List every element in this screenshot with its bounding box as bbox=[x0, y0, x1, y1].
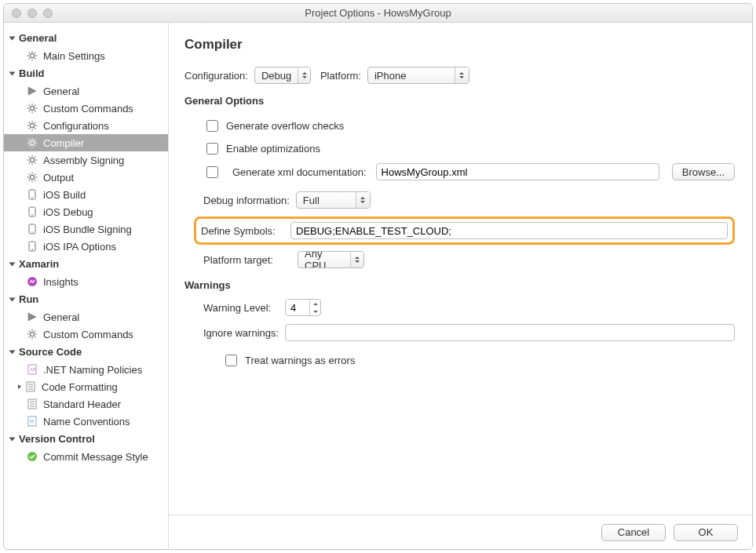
sidebar-section-version-control[interactable]: Version Control bbox=[4, 430, 168, 448]
chevron-down-icon bbox=[9, 36, 16, 40]
sidebar-section-general[interactable]: General bbox=[4, 29, 168, 47]
sidebar-item-label: Insights bbox=[43, 276, 79, 288]
sidebar-item-ios-build[interactable]: iOS Build bbox=[4, 186, 168, 203]
window-title: Project Options - HowsMyGroup bbox=[4, 7, 752, 19]
sidebar-item-output[interactable]: Output bbox=[4, 169, 168, 186]
sidebar-item-standard-header[interactable]: Standard Header bbox=[4, 395, 168, 413]
svg-line-71 bbox=[35, 337, 35, 337]
sidebar-section-build[interactable]: Build bbox=[4, 64, 168, 82]
treat-warnings-row: Treat warnings as errors bbox=[184, 349, 735, 372]
svg-text:AB: AB bbox=[30, 367, 36, 372]
sidebar-item-label: .NET Naming Policies bbox=[43, 364, 142, 376]
sidebar-item-code-formatting[interactable]: Code Formatting bbox=[4, 378, 168, 395]
platform-value: iPhone bbox=[374, 70, 455, 82]
debug-info-select[interactable]: Full bbox=[296, 191, 371, 209]
dialog-footer: Cancel OK bbox=[169, 515, 752, 549]
svg-line-51 bbox=[29, 174, 30, 175]
platform-select[interactable]: iPhone bbox=[367, 67, 469, 84]
overflow-checks-checkbox[interactable] bbox=[206, 120, 218, 132]
sidebar-item-ios-debug[interactable]: iOS Debug bbox=[4, 203, 168, 220]
sidebar-item-ios-ipa-options[interactable]: iOS IPA Options bbox=[4, 238, 168, 255]
xml-doc-label: Generate xml documentation: bbox=[232, 166, 367, 178]
warning-level-input[interactable] bbox=[286, 300, 309, 315]
dialog-body: General Main Settings Build General Cust… bbox=[4, 23, 752, 549]
sidebar-item-configurations[interactable]: Configurations bbox=[4, 117, 168, 134]
enable-optimizations-row: Enable optimizations bbox=[184, 137, 735, 160]
chevron-updown-icon bbox=[356, 192, 370, 208]
sidebar-item-label: iOS Build bbox=[43, 189, 86, 201]
svg-marker-64 bbox=[28, 313, 36, 321]
sidebar-item-label: General bbox=[43, 311, 79, 323]
project-options-window: Project Options - HowsMyGroup General Ma… bbox=[3, 3, 753, 550]
chevron-down-icon bbox=[9, 350, 16, 354]
svg-point-10 bbox=[30, 106, 34, 110]
warning-level-stepper[interactable] bbox=[285, 299, 321, 316]
sidebar-item-net-naming[interactable]: AB .NET Naming Policies bbox=[4, 361, 168, 378]
section-label: Xamarin bbox=[19, 258, 59, 270]
main-content: Compiler Configuration: Debug Platform: … bbox=[169, 23, 752, 515]
chevron-updown-icon bbox=[350, 252, 363, 267]
sidebar-item-run-general[interactable]: General bbox=[4, 308, 168, 326]
treat-warnings-checkbox[interactable] bbox=[225, 355, 237, 366]
chevron-down-icon bbox=[9, 262, 16, 266]
configuration-label: Configuration: bbox=[184, 70, 248, 82]
section-label: Version Control bbox=[19, 433, 95, 445]
warning-level-label: Warning Level: bbox=[203, 302, 285, 314]
configuration-select[interactable]: Debug bbox=[254, 67, 311, 84]
debug-info-row: Debug information: Full bbox=[184, 191, 735, 209]
gear-icon bbox=[26, 102, 38, 115]
chevron-right-icon bbox=[15, 384, 24, 389]
play-icon bbox=[26, 311, 38, 323]
svg-line-18 bbox=[35, 105, 35, 106]
section-label: Run bbox=[19, 293, 38, 305]
titlebar: Project Options - HowsMyGroup bbox=[4, 4, 752, 23]
stepper-arrows[interactable] bbox=[309, 300, 320, 315]
section-label: Source Code bbox=[19, 346, 82, 358]
document-icon: AB bbox=[26, 363, 38, 376]
sidebar-item-build-general[interactable]: General bbox=[4, 82, 168, 100]
gear-icon bbox=[26, 119, 38, 132]
svg-line-6 bbox=[35, 58, 35, 59]
sidebar-item-label: Name Conventions bbox=[43, 416, 130, 427]
xml-doc-input[interactable] bbox=[376, 163, 659, 180]
define-symbols-input[interactable] bbox=[290, 222, 728, 239]
sidebar-item-run-custom-commands[interactable]: Custom Commands bbox=[4, 326, 168, 343]
sidebar-item-ios-bundle-signing[interactable]: iOS Bundle Signing bbox=[4, 220, 168, 238]
svg-line-5 bbox=[29, 53, 30, 53]
enable-optimizations-checkbox[interactable] bbox=[206, 143, 218, 155]
sidebar-item-assembly-signing[interactable]: Assembly Signing bbox=[4, 151, 168, 169]
overflow-checks-row: Generate overflow checks bbox=[184, 115, 735, 137]
chevron-down-icon bbox=[9, 297, 16, 301]
phone-icon bbox=[26, 223, 38, 235]
sidebar-section-run[interactable]: Run bbox=[4, 290, 168, 308]
ok-button[interactable]: OK bbox=[674, 524, 738, 541]
section-label: General bbox=[19, 32, 57, 44]
sidebar-section-source-code[interactable]: Source Code bbox=[4, 343, 168, 361]
svg-line-33 bbox=[29, 140, 30, 140]
svg-point-65 bbox=[30, 332, 34, 336]
sidebar-item-custom-commands[interactable]: Custom Commands bbox=[4, 100, 168, 117]
sidebar-item-name-conventions[interactable]: iR Name Conventions bbox=[4, 413, 168, 430]
svg-line-26 bbox=[29, 128, 30, 129]
svg-point-37 bbox=[30, 158, 34, 162]
sidebar-item-insights[interactable]: Insights bbox=[4, 273, 168, 290]
platform-target-select[interactable]: Any CPU bbox=[298, 251, 364, 268]
sidebar-item-label: Assembly Signing bbox=[43, 155, 124, 166]
svg-line-43 bbox=[35, 162, 35, 163]
sidebar-item-label: Code Formatting bbox=[42, 381, 118, 393]
ignore-warnings-row: Ignore warnings: bbox=[184, 324, 735, 341]
sidebar-item-label: Output bbox=[43, 172, 74, 184]
sidebar-section-xamarin[interactable]: Xamarin bbox=[4, 255, 168, 273]
sidebar-item-main-settings[interactable]: Main Settings bbox=[4, 47, 168, 64]
sidebar-item-compiler[interactable]: Compiler bbox=[4, 134, 168, 151]
svg-line-44 bbox=[29, 162, 30, 163]
sidebar: General Main Settings Build General Cust… bbox=[4, 23, 169, 549]
ignore-warnings-input[interactable] bbox=[285, 324, 735, 341]
svg-line-34 bbox=[35, 145, 35, 146]
sidebar-item-label: Commit Message Style bbox=[43, 451, 148, 463]
sidebar-item-commit-style[interactable]: Commit Message Style bbox=[4, 448, 168, 465]
browse-button[interactable]: Browse... bbox=[672, 163, 735, 180]
xml-doc-checkbox[interactable] bbox=[206, 166, 218, 178]
gear-icon bbox=[26, 136, 38, 149]
cancel-button[interactable]: Cancel bbox=[601, 524, 666, 541]
